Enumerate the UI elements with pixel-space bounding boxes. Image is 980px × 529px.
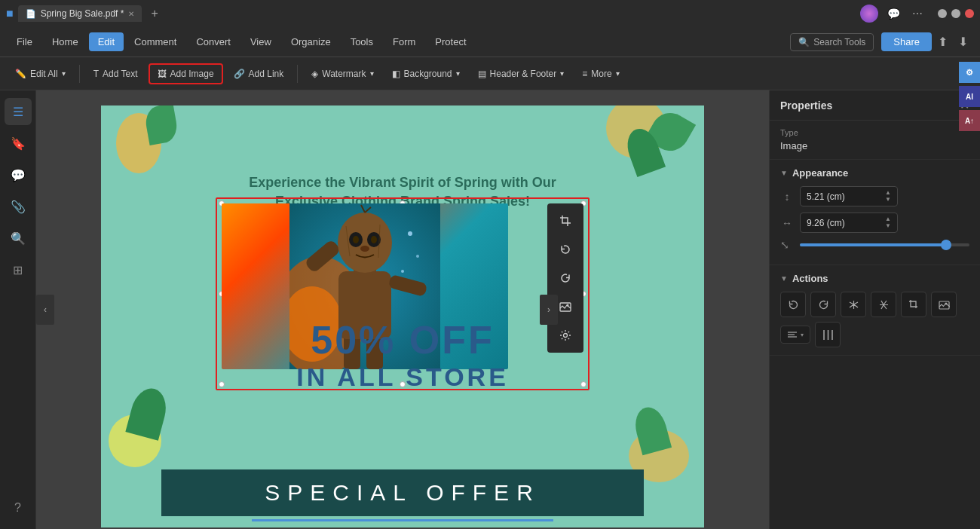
sidebar-item-layers[interactable]: ⊞ [5,256,32,283]
chat-icon-button[interactable]: 💬 [884,6,903,21]
watermark-button[interactable]: ◈ Watermark ▾ [304,65,381,83]
height-input[interactable]: 5.21 (cm) ▲ ▼ [800,186,898,206]
upload-button[interactable]: ⬆ [933,33,952,50]
action-replace-button[interactable] [931,292,957,317]
share-button[interactable]: Share [881,32,932,51]
leaf-bottom-left [125,384,170,440]
width-down-button[interactable]: ▼ [885,223,891,229]
window-buttons [938,9,974,18]
height-value: 5.21 (cm) [807,191,845,202]
app-icon: ■ [6,7,14,20]
svg-point-19 [408,231,412,236]
menu-convert[interactable]: Convert [187,32,240,51]
toolbar-divider-1 [79,65,80,83]
close-window-button[interactable] [965,9,974,18]
menu-organize[interactable]: Organize [282,32,340,51]
pdf-page: Experience the Vibrant Spirit of Spring … [101,105,704,527]
background-button[interactable]: ◧ Background ▾ [384,65,467,83]
panel-icon-at[interactable]: A↑ [959,110,980,131]
menu-protect[interactable]: Protect [426,32,475,51]
actions-row2: ▾ [780,322,969,347]
appearance-label: Appearance [792,167,848,179]
search-tools-label: Search Tools [813,37,865,47]
height-up-button[interactable]: ▲ [885,190,891,196]
sale-text-area: 50% OFF IN ALL STORE [214,317,591,392]
edit-all-button[interactable]: ✏️ Edit All ▾ [8,65,73,83]
add-text-button[interactable]: T Add Text [86,65,145,83]
width-icon: ↔ [780,217,794,229]
appearance-header[interactable]: ▼ Appearance [780,167,969,179]
action-rotate-right-button[interactable] [810,292,836,317]
sidebar-item-pages[interactable]: ☰ [5,98,32,125]
page-nav-left[interactable]: ‹ [36,295,54,325]
height-icon: ↕ [780,191,794,203]
sidebar-item-comments[interactable]: 💬 [5,161,32,188]
left-sidebar: ☰ 🔖 💬 📎 🔍 ⊞ ? [0,90,36,529]
add-tab-button[interactable]: + [146,7,162,20]
action-crop-button[interactable] [901,292,926,317]
tab-icon: 📄 [26,9,36,19]
special-offer-underline [252,519,553,521]
actions-grid [780,292,969,317]
sidebar-item-bookmarks[interactable]: 🔖 [5,130,32,157]
watermark-chevron: ▾ [370,69,374,78]
more-options-button[interactable]: ⋯ [909,6,926,21]
scale-slider-thumb[interactable] [941,240,951,250]
action-flip-horizontal-button[interactable] [841,292,866,317]
action-flip-vertical-button[interactable] [871,292,896,317]
add-image-button[interactable]: 🖼 Add Image [149,63,223,84]
watermark-label: Watermark [322,69,366,79]
scale-icon: ⤡ [780,239,794,251]
actions-collapse-icon: ▼ [780,274,788,283]
appearance-collapse-icon: ▼ [780,169,788,177]
search-tools-button[interactable]: 🔍 Search Tools [790,33,874,51]
sidebar-item-help[interactable]: ? [5,494,32,521]
height-down-button[interactable]: ▼ [885,197,891,203]
active-tab[interactable]: 📄 Spring Big Sale.pdf * ✕ [18,5,142,22]
actions-section: ▼ Actions [770,265,980,356]
width-input[interactable]: 9.26 (cm) ▲ ▼ [800,213,898,233]
float-crop-button[interactable] [553,208,578,234]
menu-edit[interactable]: Edit [89,32,124,51]
scale-slider-track[interactable] [800,243,969,246]
add-link-button[interactable]: 🔗 Add Link [226,65,292,83]
menu-comment[interactable]: Comment [125,32,185,51]
page-nav-right[interactable]: › [540,295,558,325]
panel-title: Properties [780,99,832,112]
align-dropdown-button[interactable]: ▾ [780,326,810,344]
panel-header: Properties ✕ [770,90,980,121]
tab-close-icon[interactable]: ✕ [128,10,134,18]
float-rotate-right-button[interactable] [553,265,578,291]
svg-point-21 [401,270,404,273]
menu-tools[interactable]: Tools [341,32,382,51]
more-button[interactable]: ≡ More ▾ [574,65,626,83]
edit-all-icon: ✏️ [15,69,26,79]
scale-row: ⤡ [780,239,969,251]
expand-button[interactable]: ⬇ [954,33,972,50]
width-up-button[interactable]: ▲ [885,216,891,222]
menu-file[interactable]: File [8,32,41,51]
width-value: 9.26 (cm) [807,218,845,228]
sale-percent: 50% OFF [214,317,591,362]
height-spinner[interactable]: ▲ ▼ [885,190,891,203]
distribute-button[interactable] [815,322,841,347]
sidebar-item-search[interactable]: 🔍 [5,225,32,252]
action-rotate-left-button[interactable] [780,292,806,317]
header-footer-icon: ▤ [478,69,486,79]
maximize-button[interactable] [951,9,960,18]
toolbar-divider-2 [297,65,298,83]
add-link-label: Add Link [249,69,284,79]
width-spinner[interactable]: ▲ ▼ [885,216,891,229]
sidebar-item-attachments[interactable]: 📎 [5,193,32,220]
menu-home[interactable]: Home [43,32,87,51]
actions-header[interactable]: ▼ Actions [780,273,969,284]
menu-form[interactable]: Form [384,32,424,51]
add-link-icon: 🔗 [234,69,245,79]
minimize-button[interactable] [938,9,947,18]
height-row: ↕ 5.21 (cm) ▲ ▼ [780,186,969,206]
panel-icon-ai[interactable]: AI [959,90,980,107]
add-image-label: Add Image [170,69,214,79]
menu-view[interactable]: View [241,32,280,51]
float-rotate-left-button[interactable] [553,237,578,262]
header-footer-button[interactable]: ▤ Header & Footer ▾ [470,65,572,83]
